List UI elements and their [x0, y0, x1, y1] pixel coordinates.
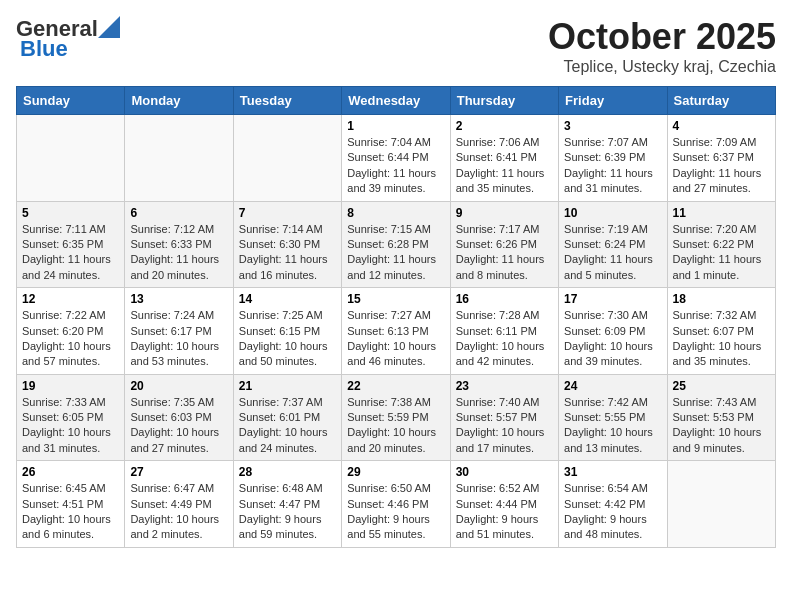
day-info: Sunrise: 7:28 AM Sunset: 6:11 PM Dayligh…: [456, 308, 553, 370]
day-number: 2: [456, 119, 553, 133]
day-number: 30: [456, 465, 553, 479]
day-info: Sunrise: 6:47 AM Sunset: 4:49 PM Dayligh…: [130, 481, 227, 543]
day-header-tuesday: Tuesday: [233, 87, 341, 115]
calendar-cell: 17Sunrise: 7:30 AM Sunset: 6:09 PM Dayli…: [559, 288, 667, 375]
day-number: 31: [564, 465, 661, 479]
calendar-cell: 14Sunrise: 7:25 AM Sunset: 6:15 PM Dayli…: [233, 288, 341, 375]
calendar-cell: [125, 115, 233, 202]
calendar-cell: 27Sunrise: 6:47 AM Sunset: 4:49 PM Dayli…: [125, 461, 233, 548]
day-number: 25: [673, 379, 770, 393]
day-info: Sunrise: 7:04 AM Sunset: 6:44 PM Dayligh…: [347, 135, 444, 197]
day-info: Sunrise: 7:32 AM Sunset: 6:07 PM Dayligh…: [673, 308, 770, 370]
day-number: 23: [456, 379, 553, 393]
day-info: Sunrise: 7:30 AM Sunset: 6:09 PM Dayligh…: [564, 308, 661, 370]
day-number: 19: [22, 379, 119, 393]
day-info: Sunrise: 7:22 AM Sunset: 6:20 PM Dayligh…: [22, 308, 119, 370]
day-number: 12: [22, 292, 119, 306]
day-info: Sunrise: 7:42 AM Sunset: 5:55 PM Dayligh…: [564, 395, 661, 457]
day-number: 7: [239, 206, 336, 220]
day-info: Sunrise: 7:25 AM Sunset: 6:15 PM Dayligh…: [239, 308, 336, 370]
day-info: Sunrise: 6:52 AM Sunset: 4:44 PM Dayligh…: [456, 481, 553, 543]
day-header-monday: Monday: [125, 87, 233, 115]
day-header-friday: Friday: [559, 87, 667, 115]
calendar-cell: 1Sunrise: 7:04 AM Sunset: 6:44 PM Daylig…: [342, 115, 450, 202]
day-info: Sunrise: 7:14 AM Sunset: 6:30 PM Dayligh…: [239, 222, 336, 284]
calendar-cell: 28Sunrise: 6:48 AM Sunset: 4:47 PM Dayli…: [233, 461, 341, 548]
title-block: October 2025 Teplice, Ustecky kraj, Czec…: [548, 16, 776, 76]
calendar-cell: 12Sunrise: 7:22 AM Sunset: 6:20 PM Dayli…: [17, 288, 125, 375]
calendar-cell: 2Sunrise: 7:06 AM Sunset: 6:41 PM Daylig…: [450, 115, 558, 202]
calendar-cell: 4Sunrise: 7:09 AM Sunset: 6:37 PM Daylig…: [667, 115, 775, 202]
calendar-cell: 11Sunrise: 7:20 AM Sunset: 6:22 PM Dayli…: [667, 201, 775, 288]
calendar-cell: 29Sunrise: 6:50 AM Sunset: 4:46 PM Dayli…: [342, 461, 450, 548]
day-number: 24: [564, 379, 661, 393]
day-header-thursday: Thursday: [450, 87, 558, 115]
day-info: Sunrise: 7:12 AM Sunset: 6:33 PM Dayligh…: [130, 222, 227, 284]
calendar-cell: 5Sunrise: 7:11 AM Sunset: 6:35 PM Daylig…: [17, 201, 125, 288]
day-number: 1: [347, 119, 444, 133]
page-title: October 2025: [548, 16, 776, 58]
calendar-cell: 31Sunrise: 6:54 AM Sunset: 4:42 PM Dayli…: [559, 461, 667, 548]
day-number: 3: [564, 119, 661, 133]
day-number: 22: [347, 379, 444, 393]
day-number: 14: [239, 292, 336, 306]
day-number: 15: [347, 292, 444, 306]
logo-icon: [98, 16, 120, 38]
logo: General Blue: [16, 16, 120, 60]
calendar-cell: 7Sunrise: 7:14 AM Sunset: 6:30 PM Daylig…: [233, 201, 341, 288]
day-info: Sunrise: 7:24 AM Sunset: 6:17 PM Dayligh…: [130, 308, 227, 370]
day-info: Sunrise: 7:33 AM Sunset: 6:05 PM Dayligh…: [22, 395, 119, 457]
day-number: 4: [673, 119, 770, 133]
day-info: Sunrise: 7:43 AM Sunset: 5:53 PM Dayligh…: [673, 395, 770, 457]
day-header-wednesday: Wednesday: [342, 87, 450, 115]
day-info: Sunrise: 7:17 AM Sunset: 6:26 PM Dayligh…: [456, 222, 553, 284]
calendar-cell: 10Sunrise: 7:19 AM Sunset: 6:24 PM Dayli…: [559, 201, 667, 288]
day-number: 28: [239, 465, 336, 479]
calendar-cell: [17, 115, 125, 202]
day-info: Sunrise: 6:54 AM Sunset: 4:42 PM Dayligh…: [564, 481, 661, 543]
day-info: Sunrise: 7:19 AM Sunset: 6:24 PM Dayligh…: [564, 222, 661, 284]
day-header-sunday: Sunday: [17, 87, 125, 115]
day-info: Sunrise: 7:07 AM Sunset: 6:39 PM Dayligh…: [564, 135, 661, 197]
calendar-cell: 18Sunrise: 7:32 AM Sunset: 6:07 PM Dayli…: [667, 288, 775, 375]
calendar-cell: 23Sunrise: 7:40 AM Sunset: 5:57 PM Dayli…: [450, 374, 558, 461]
calendar-table: SundayMondayTuesdayWednesdayThursdayFrid…: [16, 86, 776, 548]
day-number: 18: [673, 292, 770, 306]
day-number: 26: [22, 465, 119, 479]
day-number: 29: [347, 465, 444, 479]
calendar-cell: 15Sunrise: 7:27 AM Sunset: 6:13 PM Dayli…: [342, 288, 450, 375]
calendar-cell: 20Sunrise: 7:35 AM Sunset: 6:03 PM Dayli…: [125, 374, 233, 461]
page-header: General Blue October 2025 Teplice, Ustec…: [16, 16, 776, 76]
day-header-saturday: Saturday: [667, 87, 775, 115]
calendar-cell: 6Sunrise: 7:12 AM Sunset: 6:33 PM Daylig…: [125, 201, 233, 288]
day-number: 10: [564, 206, 661, 220]
calendar-header-row: SundayMondayTuesdayWednesdayThursdayFrid…: [17, 87, 776, 115]
day-info: Sunrise: 7:35 AM Sunset: 6:03 PM Dayligh…: [130, 395, 227, 457]
calendar-cell: 9Sunrise: 7:17 AM Sunset: 6:26 PM Daylig…: [450, 201, 558, 288]
day-number: 27: [130, 465, 227, 479]
day-info: Sunrise: 7:06 AM Sunset: 6:41 PM Dayligh…: [456, 135, 553, 197]
day-number: 21: [239, 379, 336, 393]
day-number: 17: [564, 292, 661, 306]
calendar-cell: 3Sunrise: 7:07 AM Sunset: 6:39 PM Daylig…: [559, 115, 667, 202]
day-info: Sunrise: 7:37 AM Sunset: 6:01 PM Dayligh…: [239, 395, 336, 457]
day-number: 16: [456, 292, 553, 306]
day-info: Sunrise: 6:48 AM Sunset: 4:47 PM Dayligh…: [239, 481, 336, 543]
calendar-cell: 25Sunrise: 7:43 AM Sunset: 5:53 PM Dayli…: [667, 374, 775, 461]
calendar-cell: 8Sunrise: 7:15 AM Sunset: 6:28 PM Daylig…: [342, 201, 450, 288]
calendar-cell: 19Sunrise: 7:33 AM Sunset: 6:05 PM Dayli…: [17, 374, 125, 461]
day-info: Sunrise: 7:20 AM Sunset: 6:22 PM Dayligh…: [673, 222, 770, 284]
logo-general: General: [16, 18, 98, 40]
day-number: 8: [347, 206, 444, 220]
calendar-cell: [667, 461, 775, 548]
calendar-cell: 26Sunrise: 6:45 AM Sunset: 4:51 PM Dayli…: [17, 461, 125, 548]
calendar-cell: [233, 115, 341, 202]
calendar-cell: 30Sunrise: 6:52 AM Sunset: 4:44 PM Dayli…: [450, 461, 558, 548]
calendar-cell: 24Sunrise: 7:42 AM Sunset: 5:55 PM Dayli…: [559, 374, 667, 461]
calendar-cell: 13Sunrise: 7:24 AM Sunset: 6:17 PM Dayli…: [125, 288, 233, 375]
day-info: Sunrise: 7:11 AM Sunset: 6:35 PM Dayligh…: [22, 222, 119, 284]
day-info: Sunrise: 7:38 AM Sunset: 5:59 PM Dayligh…: [347, 395, 444, 457]
day-info: Sunrise: 7:27 AM Sunset: 6:13 PM Dayligh…: [347, 308, 444, 370]
day-number: 9: [456, 206, 553, 220]
day-number: 5: [22, 206, 119, 220]
